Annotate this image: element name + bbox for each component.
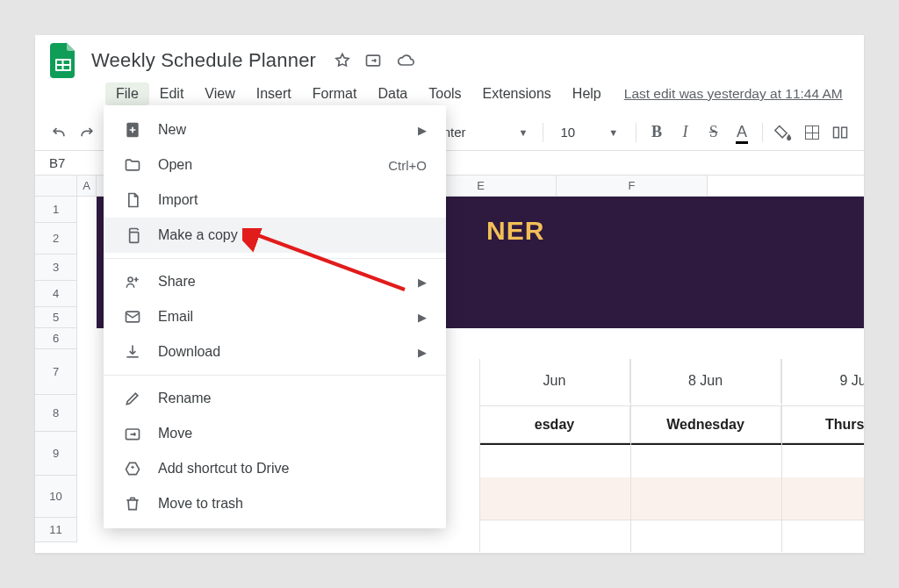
fill-color-button[interactable] [772, 120, 795, 145]
last-edit-link[interactable]: Last edit was yesterday at 11:44 AM [624, 86, 843, 102]
chevron-down-icon: ▼ [608, 127, 618, 138]
row-7[interactable]: 7 [35, 349, 77, 395]
menu-open[interactable]: Open Ctrl+O [104, 147, 446, 183]
menu-edit[interactable]: Edit [149, 82, 195, 105]
document-title[interactable]: Weekly Schedule Planner [79, 49, 316, 72]
move-icon [123, 425, 142, 442]
menu-format[interactable]: Format [302, 82, 368, 105]
menu-new[interactable]: New ▶ [104, 112, 446, 147]
new-icon [123, 121, 142, 139]
file-menu-dropdown: New ▶ Open Ctrl+O Import Make a copy Sha… [104, 105, 446, 528]
app-window: Weekly Schedule Planner File Edit View I… [35, 35, 864, 553]
menu-divider [104, 258, 446, 259]
text-color-button[interactable]: A [730, 120, 753, 145]
svg-rect-9 [130, 233, 139, 243]
menu-tools[interactable]: Tools [418, 82, 471, 105]
svg-rect-2 [64, 61, 70, 64]
borders-button[interactable] [800, 120, 823, 145]
row-11[interactable]: 11 [35, 518, 77, 542]
row-6[interactable]: 6 [35, 328, 77, 349]
svg-rect-1 [57, 61, 62, 64]
row-9[interactable]: 9 [35, 432, 77, 476]
copy-icon [123, 226, 142, 244]
submenu-arrow-icon: ▶ [418, 276, 427, 289]
trash-icon [123, 495, 142, 513]
submenu-arrow-icon: ▶ [418, 124, 427, 137]
titlebar: Weekly Schedule Planner [35, 35, 864, 77]
row-10[interactable]: 10 [35, 476, 77, 518]
svg-rect-7 [841, 127, 846, 138]
planner-title-text: NER [486, 216, 544, 246]
menu-rename[interactable]: Rename [104, 381, 446, 416]
menu-email[interactable]: Email ▶ [104, 299, 446, 334]
row-2[interactable]: 2 [35, 223, 77, 255]
redo-button[interactable] [76, 120, 98, 145]
merge-cells-button[interactable] [829, 120, 852, 145]
strikethrough-button[interactable]: S [702, 120, 725, 145]
row-1[interactable]: 1 [35, 197, 77, 223]
menu-insert[interactable]: Insert [246, 82, 302, 105]
menu-download[interactable]: Download ▶ [104, 334, 446, 369]
font-size-picker[interactable]: 10 ▼ [551, 125, 627, 140]
menu-make-a-copy[interactable]: Make a copy [104, 218, 446, 253]
menu-data[interactable]: Data [367, 82, 418, 105]
drive-shortcut-icon [123, 460, 142, 477]
pencil-icon [123, 390, 142, 407]
menu-extensions[interactable]: Extensions [472, 82, 562, 105]
shortcut-text: Ctrl+O [388, 158, 427, 173]
row-5[interactable]: 5 [35, 307, 77, 328]
col-A[interactable]: A [77, 176, 97, 196]
menu-share[interactable]: Share ▶ [104, 264, 446, 299]
menu-file[interactable]: File [105, 82, 149, 105]
file-icon [123, 191, 142, 209]
font-picker[interactable]: Inter ▼ [435, 121, 534, 143]
menu-divider [104, 375, 446, 376]
cloud-status-icon[interactable] [395, 52, 416, 69]
menu-import[interactable]: Import [104, 183, 446, 218]
svg-rect-6 [833, 127, 838, 138]
bold-button[interactable]: B [645, 120, 668, 145]
font-size: 10 [560, 125, 575, 140]
menu-move[interactable]: Move [104, 416, 446, 451]
chevron-down-icon: ▼ [519, 127, 529, 138]
download-icon [123, 343, 142, 361]
share-icon [123, 273, 142, 290]
select-all-corner[interactable] [35, 176, 77, 196]
cell-reference[interactable]: B7 [35, 155, 107, 170]
row-3[interactable]: 3 [35, 255, 77, 281]
menu-view[interactable]: View [194, 82, 245, 105]
menu-add-shortcut[interactable]: Add shortcut to Drive [104, 451, 446, 486]
col-F[interactable]: F [557, 176, 708, 196]
submenu-arrow-icon: ▶ [418, 346, 427, 359]
undo-button[interactable] [47, 120, 70, 145]
email-icon [123, 308, 142, 326]
folder-icon [123, 156, 142, 174]
svg-rect-4 [64, 66, 70, 69]
row-8[interactable]: 8 [35, 395, 77, 432]
svg-point-10 [128, 277, 133, 282]
move-to-folder-icon[interactable] [363, 52, 383, 69]
sheets-app-icon[interactable] [47, 39, 79, 82]
menu-help[interactable]: Help [562, 82, 612, 105]
menu-move-to-trash[interactable]: Move to trash [104, 486, 446, 521]
submenu-arrow-icon: ▶ [418, 311, 427, 324]
row-4[interactable]: 4 [35, 281, 77, 307]
star-icon[interactable] [334, 52, 351, 69]
svg-rect-3 [57, 66, 62, 69]
italic-button[interactable]: I [673, 120, 696, 145]
row-headers: 1234567891011 [35, 197, 77, 542]
